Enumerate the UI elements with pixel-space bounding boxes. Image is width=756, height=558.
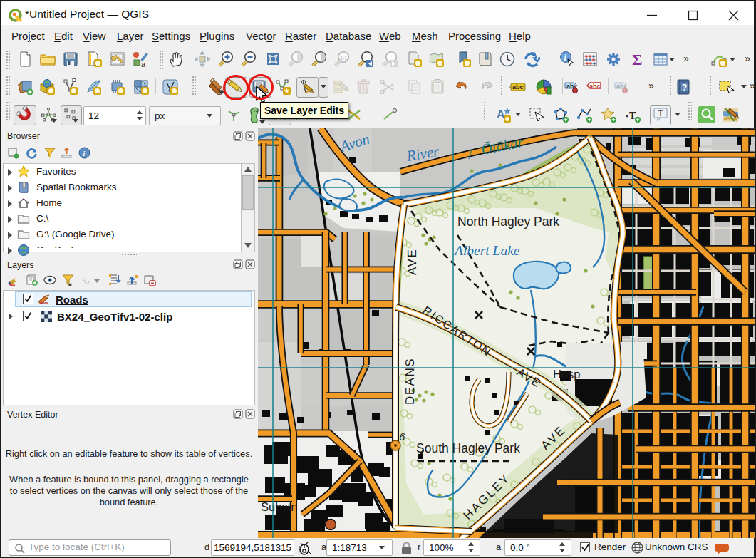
svg-text:Σ: Σ	[632, 51, 642, 68]
svg-text:North Hagley Park: North Hagley Park	[457, 215, 559, 229]
svg-text:6: 6	[399, 430, 405, 443]
svg-text:1:1: 1:1	[340, 55, 347, 61]
svg-text:T: T	[658, 109, 663, 118]
svg-text:South Hagley Park: South Hagley Park	[416, 441, 520, 455]
svg-text:Substn: Substn	[261, 500, 297, 513]
svg-text:abc: abc	[589, 83, 601, 90]
svg-text:AVE: AVE	[405, 249, 419, 275]
svg-text:?: ?	[682, 83, 687, 93]
svg-text:ε: ε	[82, 275, 85, 282]
svg-text:Hosp: Hosp	[553, 368, 581, 381]
svg-text:DEANS: DEANS	[403, 358, 417, 405]
svg-text:Albert Lake: Albert Lake	[453, 243, 520, 258]
svg-text:abc: abc	[512, 83, 524, 91]
svg-text:a: a	[141, 60, 146, 68]
